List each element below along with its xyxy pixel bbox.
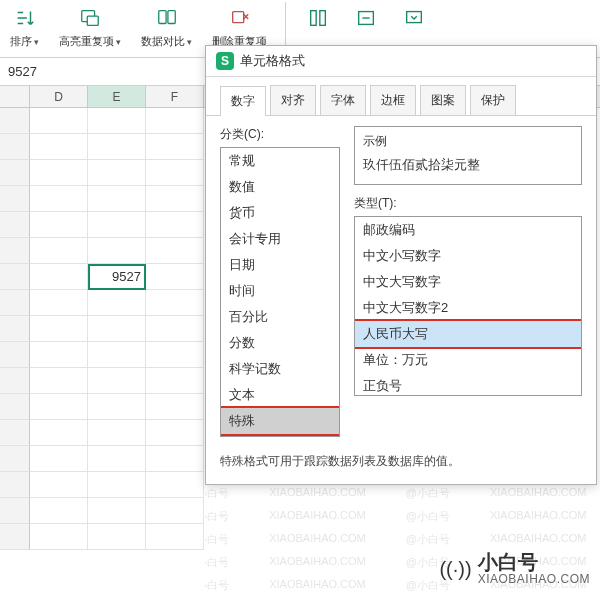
list-item[interactable]: 自定义 xyxy=(221,434,339,437)
cell[interactable] xyxy=(146,420,204,446)
tab-align[interactable]: 对齐 xyxy=(270,85,316,115)
col-header-d[interactable]: D xyxy=(30,86,88,107)
list-item[interactable]: 数值 xyxy=(221,174,339,200)
cell[interactable] xyxy=(88,524,146,550)
tab-font[interactable]: 字体 xyxy=(320,85,366,115)
svg-rect-6 xyxy=(320,11,326,26)
table-row xyxy=(0,524,600,550)
dialog-tabs: 数字 对齐 字体 边框 图案 保护 xyxy=(206,77,596,116)
cell[interactable] xyxy=(30,134,88,160)
cell[interactable] xyxy=(88,108,146,134)
cell[interactable] xyxy=(88,498,146,524)
cell[interactable] xyxy=(88,134,146,160)
cell[interactable] xyxy=(88,212,146,238)
cell[interactable] xyxy=(146,238,204,264)
cell[interactable] xyxy=(146,212,204,238)
data-compare-button[interactable]: 数据对比▾ xyxy=(137,2,196,51)
cell[interactable] xyxy=(146,134,204,160)
category-list[interactable]: 常规数值货币会计专用日期时间百分比分数科学记数文本特殊自定义 xyxy=(220,147,340,437)
dialog-footer-note: 特殊格式可用于跟踪数据列表及数据库的值。 xyxy=(206,447,596,484)
svg-rect-1 xyxy=(87,16,98,25)
list-item[interactable]: 百分比 xyxy=(221,304,339,330)
cell[interactable] xyxy=(30,108,88,134)
cell[interactable]: 9527 xyxy=(88,264,146,290)
cell[interactable] xyxy=(146,160,204,186)
tab-protect[interactable]: 保护 xyxy=(470,85,516,115)
list-item[interactable]: 分数 xyxy=(221,330,339,356)
list-item[interactable]: 中文小写数字 xyxy=(355,243,581,269)
sort-button[interactable]: 排序▾ xyxy=(6,2,43,51)
cell[interactable] xyxy=(30,342,88,368)
cell[interactable] xyxy=(30,420,88,446)
list-item[interactable]: 单位：万元 xyxy=(355,347,581,373)
tab-border[interactable]: 边框 xyxy=(370,85,416,115)
cell[interactable] xyxy=(88,186,146,212)
cell[interactable] xyxy=(30,472,88,498)
cell[interactable] xyxy=(88,420,146,446)
col-header-e[interactable]: E xyxy=(88,86,146,107)
cell[interactable] xyxy=(146,342,204,368)
list-item[interactable]: 会计专用 xyxy=(221,226,339,252)
cell[interactable] xyxy=(30,160,88,186)
cell[interactable] xyxy=(88,394,146,420)
cell[interactable] xyxy=(146,290,204,316)
cell[interactable] xyxy=(30,368,88,394)
list-item[interactable]: 时间 xyxy=(221,278,339,304)
cell[interactable] xyxy=(30,290,88,316)
brand-badge: ((·)) 小白号 XIAOBAIHAO.COM xyxy=(439,552,590,586)
cell[interactable] xyxy=(88,446,146,472)
extra-tool-2[interactable] xyxy=(348,2,384,51)
cell[interactable] xyxy=(88,160,146,186)
tab-number[interactable]: 数字 xyxy=(220,86,266,116)
cell[interactable] xyxy=(146,524,204,550)
list-item[interactable]: 邮政编码 xyxy=(355,217,581,243)
cell[interactable] xyxy=(88,238,146,264)
cell[interactable] xyxy=(88,316,146,342)
highlight-duplicates-button[interactable]: 高亮重复项▾ xyxy=(55,2,125,51)
cell[interactable] xyxy=(146,368,204,394)
list-item[interactable]: 中文大写数字 xyxy=(355,269,581,295)
cell[interactable] xyxy=(88,342,146,368)
cell[interactable] xyxy=(88,472,146,498)
list-item[interactable]: 常规 xyxy=(221,148,339,174)
type-list[interactable]: 邮政编码中文小写数字中文大写数字中文大写数字2人民币大写单位：万元正负号 xyxy=(354,216,582,396)
list-item[interactable]: 货币 xyxy=(221,200,339,226)
cell[interactable] xyxy=(146,108,204,134)
cell[interactable] xyxy=(88,368,146,394)
list-item[interactable]: 文本 xyxy=(221,382,339,408)
cell[interactable] xyxy=(146,316,204,342)
cell[interactable] xyxy=(30,498,88,524)
cell[interactable] xyxy=(30,316,88,342)
cell[interactable] xyxy=(30,212,88,238)
cell[interactable] xyxy=(88,290,146,316)
cell[interactable] xyxy=(146,186,204,212)
cell[interactable] xyxy=(30,264,88,290)
cell[interactable] xyxy=(30,394,88,420)
brand-url: XIAOBAIHAO.COM xyxy=(478,573,590,586)
list-item[interactable]: 科学记数 xyxy=(221,356,339,382)
svg-rect-4 xyxy=(232,12,243,23)
cell[interactable] xyxy=(146,472,204,498)
cell[interactable] xyxy=(146,394,204,420)
extra-tool-3[interactable] xyxy=(396,2,432,51)
list-item[interactable]: 日期 xyxy=(221,252,339,278)
extra-tool-1[interactable] xyxy=(300,2,336,51)
cell[interactable] xyxy=(146,264,204,290)
cell[interactable] xyxy=(30,186,88,212)
svg-rect-8 xyxy=(407,12,422,23)
cell-format-dialog: S 单元格格式 数字 对齐 字体 边框 图案 保护 分类(C): 常规数值货币会… xyxy=(205,45,597,485)
col-header-f[interactable]: F xyxy=(146,86,204,107)
cell[interactable] xyxy=(30,446,88,472)
sort-icon xyxy=(11,4,39,32)
remove-duplicates-button[interactable]: 删除重复项 xyxy=(208,2,271,51)
list-item[interactable]: 中文大写数字2 xyxy=(355,295,581,321)
cell[interactable] xyxy=(146,446,204,472)
validation-icon xyxy=(352,4,380,32)
list-item[interactable]: 人民币大写 xyxy=(355,321,581,347)
list-item[interactable]: 正负号 xyxy=(355,373,581,396)
tab-pattern[interactable]: 图案 xyxy=(420,85,466,115)
cell[interactable] xyxy=(146,498,204,524)
cell[interactable] xyxy=(30,238,88,264)
cell[interactable] xyxy=(30,524,88,550)
list-item[interactable]: 特殊 xyxy=(221,408,339,434)
